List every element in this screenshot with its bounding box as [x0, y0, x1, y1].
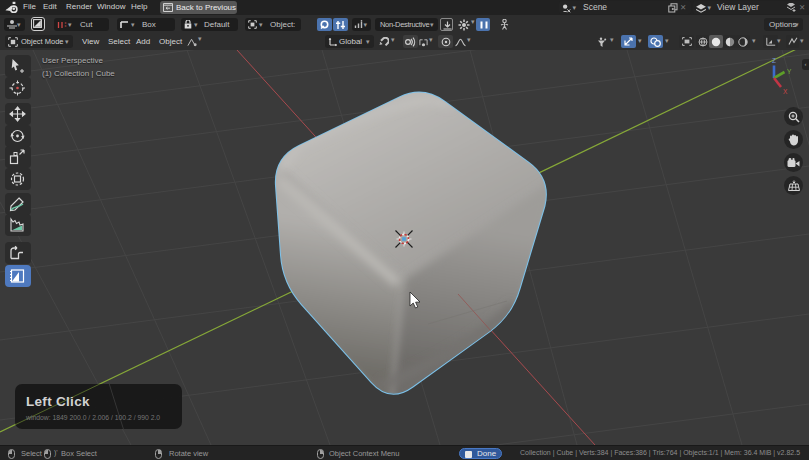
svg-text:X: X — [783, 88, 788, 95]
svg-text:Z: Z — [772, 57, 776, 64]
svg-text:Y: Y — [787, 68, 792, 75]
